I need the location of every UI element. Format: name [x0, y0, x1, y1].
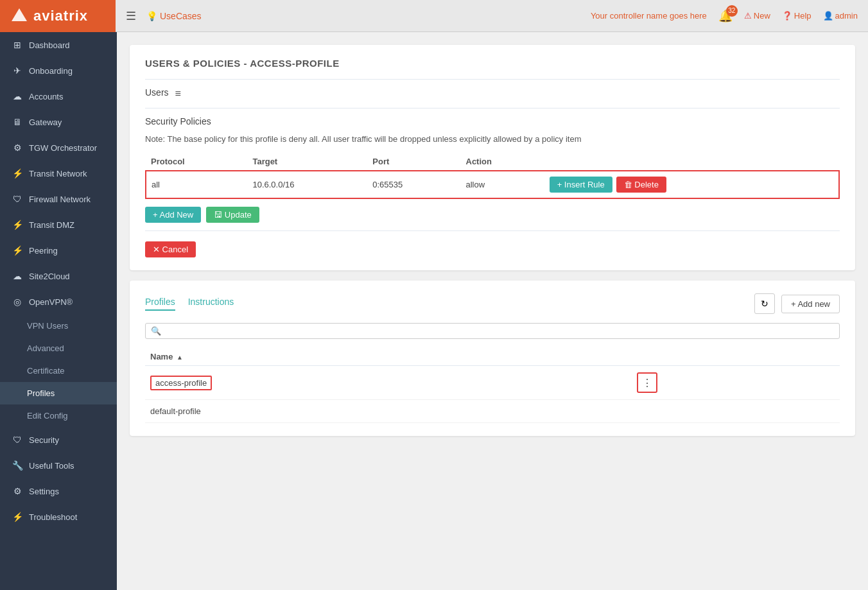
topbar-right: Your controller name goes here 🔔 32 ⚠ Ne… — [591, 9, 858, 23]
col-actions-header — [544, 153, 839, 171]
sidebar-item-transit-network[interactable]: ⚡ Transit Network — [0, 161, 117, 186]
table-actions: + Add New 🖫 Update — [145, 207, 840, 223]
firewall-icon: 🛡 — [12, 194, 22, 204]
profiles-right: ↻ + Add new — [754, 293, 840, 314]
rule-protocol: all — [146, 171, 247, 198]
openvpn-icon: ◎ — [12, 297, 22, 307]
tools-icon: 🔧 — [12, 460, 22, 471]
usecases-icon: 💡 — [146, 11, 157, 21]
security-policies-label: Security Policies — [145, 116, 840, 126]
svg-marker-0 — [12, 8, 27, 21]
bell-badge: 32 — [726, 5, 738, 17]
sidebar-item-tgw-orchestrator[interactable]: ⚙ TGW Orchestrator — [0, 135, 117, 161]
bell-button[interactable]: 🔔 32 — [718, 9, 733, 23]
sidebar-item-certificate[interactable]: Certificate — [0, 360, 117, 382]
rule-action-buttons: + Insert Rule 🗑 Delete — [544, 171, 839, 198]
sidebar-item-dashboard[interactable]: ⊞ Dashboard — [0, 32, 117, 58]
help-button[interactable]: ❓ Help — [782, 11, 812, 21]
profile-row-access: access-profile ⋮ — [145, 366, 840, 400]
onboarding-icon: ✈ — [12, 65, 22, 76]
col-target: Target — [247, 153, 367, 171]
sidebar-item-peering[interactable]: ⚡ Peering — [0, 238, 117, 263]
settings-icon: ⚙ — [12, 486, 22, 496]
profiles-header: Profiles Instructions ↻ + Add new — [145, 293, 840, 314]
add-new-profile-button[interactable]: + Add new — [781, 295, 840, 313]
sidebar-item-site2cloud[interactable]: ☁ Site2Cloud — [0, 263, 117, 289]
troubleshoot-icon: ⚡ — [12, 512, 22, 522]
insert-rule-button[interactable]: + Insert Rule — [550, 177, 612, 193]
search-icon: 🔍 — [151, 326, 161, 336]
refresh-icon: ↻ — [761, 299, 768, 309]
policy-table: Protocol Target Port Action all 10.6.0.0… — [145, 153, 840, 199]
users-label: Users — [145, 87, 169, 98]
profiles-actions-col — [632, 348, 840, 366]
card-title: USERS & POLICIES - ACCESS-PROFILE — [145, 58, 840, 69]
accounts-icon: ☁ — [12, 91, 22, 101]
sidebar-item-firewall-network[interactable]: 🛡 Firewall Network — [0, 186, 117, 212]
profiles-table: Name ▲ access-profile ⋮ — [145, 348, 840, 423]
help-icon: ❓ — [782, 11, 792, 21]
controller-name: Your controller name goes here — [591, 11, 707, 21]
security-icon: 🛡 — [12, 435, 22, 445]
sidebar-item-vpn-users[interactable]: VPN Users — [0, 315, 117, 337]
refresh-button[interactable]: ↻ — [754, 293, 775, 314]
admin-button[interactable]: 👤 admin — [823, 11, 858, 21]
tab-profiles[interactable]: Profiles — [145, 297, 175, 311]
profile-name-default: default-profile — [145, 400, 632, 423]
logo-text: aviatrix — [33, 8, 88, 24]
topbar: aviatrix ☰ 💡 UseCases Your controller na… — [0, 0, 868, 32]
sidebar-item-edit-config[interactable]: Edit Config — [0, 404, 117, 427]
col-protocol: Protocol — [146, 153, 247, 171]
users-policies-card: USERS & POLICIES - ACCESS-PROFILE Users … — [130, 45, 855, 270]
delete-rule-button[interactable]: 🗑 Delete — [616, 177, 666, 193]
users-menu-icon[interactable]: ≡ — [175, 88, 181, 100]
profiles-card: Profiles Instructions ↻ + Add new 🔍 — [130, 281, 855, 436]
update-button[interactable]: 🖫 Update — [206, 207, 259, 223]
logo-area: aviatrix — [0, 0, 116, 32]
profile-name-access: access-profile — [145, 366, 632, 400]
sidebar-item-onboarding[interactable]: ✈ Onboarding — [0, 58, 117, 83]
profiles-name-col: Name ▲ — [145, 348, 632, 366]
policy-note: Note: The base policy for this profile i… — [145, 134, 840, 144]
cancel-row: ✕ Cancel — [145, 241, 840, 257]
hamburger-icon[interactable]: ☰ — [126, 9, 136, 23]
sidebar-item-transit-dmz[interactable]: ⚡ Transit DMZ — [0, 212, 117, 238]
transit-dmz-icon: ⚡ — [12, 220, 22, 230]
sidebar-item-advanced[interactable]: Advanced — [0, 337, 117, 360]
tab-instructions[interactable]: Instructions — [188, 297, 234, 311]
rule-port: 0:65535 — [367, 171, 460, 198]
col-port: Port — [367, 153, 460, 171]
transit-icon: ⚡ — [12, 168, 22, 178]
sidebar-item-security[interactable]: 🛡 Security — [0, 427, 117, 453]
sidebar-item-troubleshoot[interactable]: ⚡ Troubleshoot — [0, 504, 117, 530]
main-layout: ⊞ Dashboard ✈ Onboarding ☁ Accounts 🖥 Ga… — [0, 32, 868, 590]
search-bar: 🔍 — [145, 323, 840, 339]
profile-action-default — [632, 400, 840, 423]
alert-icon: ⚠ — [744, 11, 752, 21]
sidebar-item-useful-tools[interactable]: 🔧 Useful Tools — [0, 453, 117, 478]
cancel-button[interactable]: ✕ Cancel — [145, 241, 196, 257]
sidebar-item-gateway[interactable]: 🖥 Gateway — [0, 109, 117, 135]
sort-arrow: ▲ — [177, 354, 183, 361]
dashboard-icon: ⊞ — [12, 40, 22, 50]
sidebar-item-profiles[interactable]: Profiles — [0, 382, 117, 404]
user-icon: 👤 — [823, 11, 833, 21]
usecases-link[interactable]: 💡 UseCases — [146, 11, 202, 21]
add-new-rule-button[interactable]: + Add New — [145, 207, 201, 223]
new-button[interactable]: ⚠ New — [744, 11, 770, 21]
access-profile-name[interactable]: access-profile — [150, 376, 212, 390]
content-area: USERS & POLICIES - ACCESS-PROFILE Users … — [117, 32, 868, 590]
access-profile-menu-button[interactable]: ⋮ — [637, 372, 657, 393]
site2cloud-icon: ☁ — [12, 271, 22, 281]
sidebar-item-settings[interactable]: ⚙ Settings — [0, 478, 117, 504]
sidebar-item-openvpn[interactable]: ◎ OpenVPN® — [0, 289, 117, 315]
search-input[interactable] — [165, 326, 834, 336]
sidebar-item-accounts[interactable]: ☁ Accounts — [0, 83, 117, 109]
profile-row-default: default-profile — [145, 400, 840, 423]
aviatrix-logo-icon — [10, 7, 28, 25]
profile-action-access: ⋮ — [632, 366, 840, 400]
col-action: Action — [461, 153, 544, 171]
gateway-icon: 🖥 — [12, 117, 22, 127]
tgw-icon: ⚙ — [12, 143, 22, 153]
rule-action: allow — [461, 171, 544, 198]
